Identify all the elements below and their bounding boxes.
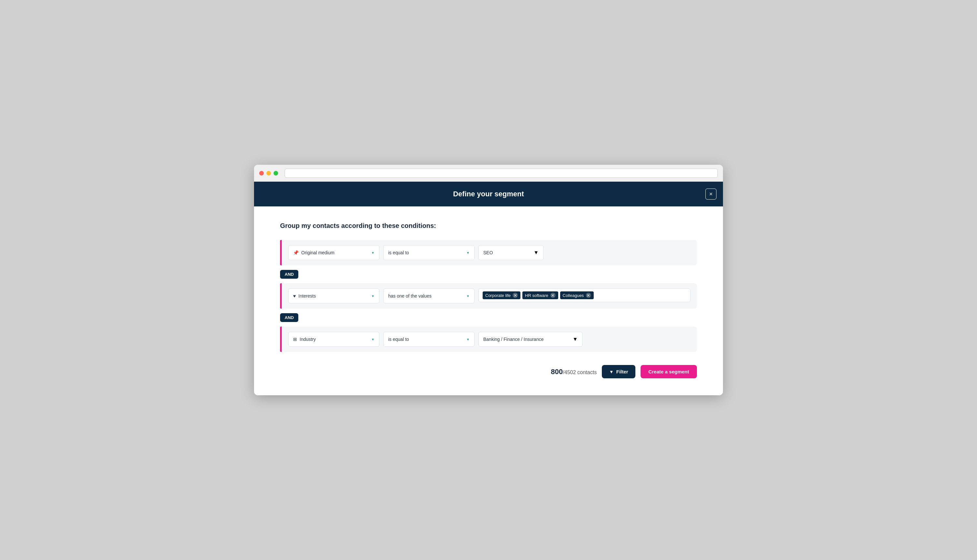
contacts-count: 800/4502 contacts: [551, 368, 597, 376]
field-selector-1[interactable]: 📌 Original medium ▼: [288, 245, 379, 260]
condition-fields-1: 📌 Original medium ▼ is equal to ▼ SEO ▼: [282, 240, 697, 265]
address-bar[interactable]: [285, 168, 718, 178]
chevron-down-icon-2: ▼: [466, 251, 470, 255]
modal-close-button[interactable]: ×: [705, 188, 717, 200]
minimize-window-button[interactable]: [267, 171, 271, 175]
condition-fields-2: ♥ Interests ▼ has one of the values ▼ Co…: [282, 283, 697, 308]
field-label-2: Interests: [298, 293, 368, 298]
tag-label-corporate-life: Corporate life: [485, 293, 511, 298]
operator-selector-2[interactable]: has one of the values ▼: [383, 288, 475, 303]
modal-header: Define your segment ×: [254, 182, 723, 207]
field-label-1: Original medium: [301, 250, 368, 255]
tag-hr-software[interactable]: HR software ✕: [522, 292, 558, 299]
operator-label-3: is equal to: [388, 337, 464, 342]
filter-button-label: Filter: [616, 369, 628, 374]
condition-row-3: ⊞ Industry ▼ is equal to ▼ Banking / Fin…: [280, 327, 697, 352]
and-badge-1: AND: [280, 270, 298, 279]
chevron-down-icon-3: ▼: [534, 250, 539, 256]
chevron-down-icon-5: ▼: [466, 294, 470, 298]
count-value: 800: [551, 368, 563, 376]
modal-body: Group my contacts according to these con…: [254, 207, 723, 395]
field-label-3: Industry: [300, 337, 368, 342]
field-selector-3[interactable]: ⊞ Industry ▼: [288, 332, 379, 347]
chevron-down-icon-7: ▼: [466, 338, 470, 341]
filter-icon: ▼: [609, 369, 614, 374]
tag-colleagues[interactable]: Colleagues ✕: [560, 292, 594, 299]
condition-row-1: 📌 Original medium ▼ is equal to ▼ SEO ▼: [280, 240, 697, 265]
operator-label-2: has one of the values: [388, 293, 464, 298]
tag-remove-corporate-life[interactable]: ✕: [513, 293, 518, 298]
close-window-button[interactable]: [259, 171, 264, 175]
chevron-down-icon-4: ▼: [371, 294, 375, 298]
chevron-down-icon-6: ▼: [371, 338, 375, 341]
condition-row-2: ♥ Interests ▼ has one of the values ▼ Co…: [280, 283, 697, 308]
filter-button[interactable]: ▼ Filter: [602, 365, 635, 378]
section-title: Group my contacts according to these con…: [280, 222, 697, 230]
grid-icon: ⊞: [293, 337, 297, 342]
value-label-3: Banking / Finance / Insurance: [483, 337, 570, 342]
maximize-window-button[interactable]: [273, 171, 278, 175]
operator-selector-3[interactable]: is equal to ▼: [383, 332, 475, 347]
tag-remove-hr-software[interactable]: ✕: [550, 293, 555, 298]
chevron-down-icon-8: ▼: [572, 336, 578, 342]
heart-icon: ♥: [293, 293, 296, 298]
tag-remove-colleagues[interactable]: ✕: [586, 293, 591, 298]
field-selector-2[interactable]: ♥ Interests ▼: [288, 288, 379, 303]
condition-fields-3: ⊞ Industry ▼ is equal to ▼ Banking / Fin…: [282, 327, 697, 352]
pin-icon: 📌: [293, 250, 298, 255]
modal-window: Define your segment × Group my contacts …: [254, 165, 723, 395]
tags-field-2[interactable]: Corporate life ✕ HR software ✕ Colleague…: [478, 288, 690, 302]
operator-selector-1[interactable]: is equal to ▼: [383, 245, 475, 260]
footer: 800/4502 contacts ▼ Filter Create a segm…: [280, 365, 697, 378]
tag-label-hr-software: HR software: [525, 293, 549, 298]
create-segment-button[interactable]: Create a segment: [640, 365, 697, 378]
titlebar: [254, 165, 723, 182]
modal-title: Define your segment: [453, 190, 524, 198]
value-label-1: SEO: [483, 250, 531, 255]
and-badge-2: AND: [280, 313, 298, 322]
value-selector-1[interactable]: SEO ▼: [478, 245, 544, 260]
count-total: /4502 contacts: [563, 370, 597, 375]
tag-corporate-life[interactable]: Corporate life ✕: [483, 292, 520, 299]
tag-label-colleagues: Colleagues: [563, 293, 584, 298]
value-selector-3[interactable]: Banking / Finance / Insurance ▼: [478, 332, 583, 347]
chevron-down-icon-1: ▼: [371, 251, 375, 255]
operator-label-1: is equal to: [388, 250, 464, 255]
